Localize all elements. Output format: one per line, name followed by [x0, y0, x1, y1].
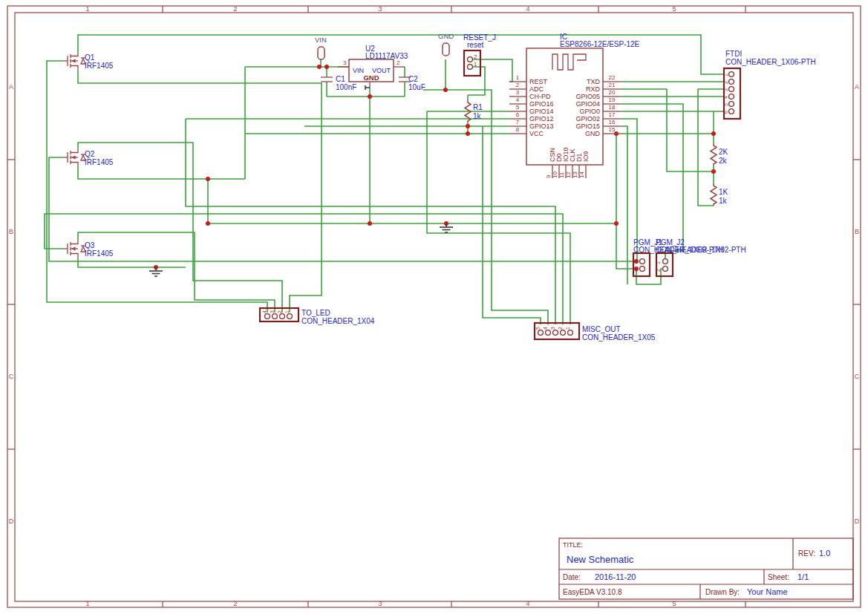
pin-number: 1: [284, 310, 290, 313]
net-flag-vin[interactable]: VIN: [315, 36, 327, 59]
part-value: IRF1405: [85, 158, 114, 166]
ground-symbol[interactable]: [440, 223, 453, 232]
pin-number: 16: [609, 119, 616, 125]
component-pgm-j2[interactable]: PGM_J2 CON_HEADER_1X02-PTH 1 2: [656, 238, 746, 276]
pin-number: 20: [609, 89, 616, 96]
ref-des: C2: [408, 75, 418, 83]
component-r2k[interactable]: 2K 2k: [711, 143, 728, 166]
pin-number: 22: [609, 74, 616, 81]
pin-name: GND: [585, 130, 601, 137]
ref-des: MISC_OUT: [582, 325, 621, 333]
pin-number: 3: [550, 327, 555, 330]
pin-number: 1: [723, 74, 728, 76]
border-row-label: A: [9, 83, 13, 91]
part-value: CON_HEADER_1X04: [301, 317, 375, 325]
ref-des: Q1: [85, 53, 95, 62]
ref-des: 2K: [719, 148, 728, 156]
part-value: ESP8266-12E/ESP-12E: [560, 40, 640, 48]
pin-number: 21: [609, 82, 616, 88]
pin-name: GPIO15: [575, 123, 600, 130]
pin-number: 4: [262, 310, 267, 313]
pin-number: 2: [633, 269, 638, 272]
component-q2[interactable]: Q2 IRF1405: [63, 148, 114, 167]
pin-number: 13: [572, 172, 578, 178]
ref-des: C1: [336, 75, 345, 83]
pin-number: 12: [565, 172, 572, 178]
pin-number: 6: [516, 111, 520, 118]
pin-number: 7: [516, 119, 520, 125]
pin-number: 15: [609, 126, 616, 133]
pin-number: 14: [578, 172, 585, 178]
pin-name: CH-PD: [529, 93, 551, 100]
border-col-label: 3: [378, 600, 382, 607]
pin-number: 1: [516, 74, 520, 81]
pin-name: ADC: [529, 85, 544, 93]
pin-number: 3: [516, 89, 520, 96]
pin-name: VCC: [529, 130, 544, 137]
ref-des: Q2: [85, 150, 95, 158]
wires[interactable]: [45, 35, 725, 324]
part-value: 10uF: [408, 83, 425, 91]
ground-symbol[interactable]: [149, 267, 163, 276]
ref-des: Q3: [85, 241, 95, 249]
drawn-by-value[interactable]: Your Name: [747, 587, 788, 596]
date-value[interactable]: 2016-11-20: [595, 572, 636, 581]
pin-number: 6: [723, 111, 728, 114]
ref-des: TO_LED: [301, 309, 330, 317]
part-value: IRF1405: [85, 62, 114, 70]
pin-number: 2: [397, 59, 400, 66]
component-ic-esp8266[interactable]: IC ESP8266-12E/ESP-12E 1 2 3 4 5 6 7 8 R…: [509, 33, 640, 178]
component-r1k[interactable]: 1K 1k: [711, 183, 728, 206]
pin-name: GPIO14: [529, 108, 554, 115]
drawn-by-label: Drawn By:: [705, 588, 740, 596]
border-row-label: D: [855, 517, 860, 525]
pin-number: 11: [558, 172, 565, 178]
pin-name: RXD: [586, 85, 601, 93]
component-reset-j[interactable]: RESET_J reset 2 1: [463, 33, 496, 76]
border-row-label: A: [855, 83, 859, 91]
part-value: reset: [467, 41, 483, 49]
part-value: CON_HEADER_1X05: [582, 333, 656, 342]
pin-number: 4: [543, 327, 548, 330]
sheet-value[interactable]: 1/1: [797, 572, 809, 581]
border-row-label: B: [9, 228, 13, 235]
pin-number: 1: [474, 61, 477, 68]
schematic-canvas[interactable]: 1 2 3 4 5 1 2 3 4 5 A B C D A B C D: [0, 0, 868, 614]
pin-number: 3: [343, 59, 347, 66]
component-q1[interactable]: Q1 IRF1405: [63, 52, 114, 71]
net-flag-gnd[interactable]: GND: [438, 32, 454, 56]
component-ftdi[interactable]: FTDI CON_HEADER_1X06-PTH 1 2 3 4 5 6: [723, 50, 816, 119]
component-q3[interactable]: Q3 IRF1405: [63, 240, 114, 258]
part-value: IRF1405: [85, 249, 114, 258]
pin-number: 10: [552, 172, 558, 178]
pin-name: GPIO16: [529, 100, 554, 108]
pin-number: 2: [516, 82, 520, 88]
rev-value[interactable]: 1.0: [819, 549, 830, 558]
border-col-label: 1: [85, 5, 89, 13]
pin-name: GPIO13: [529, 123, 554, 130]
net-flag-label: VIN: [315, 36, 327, 44]
pin-number: 2: [474, 53, 477, 60]
component-c2[interactable]: C2 10uF: [399, 75, 425, 91]
border-col-label: 4: [526, 5, 529, 13]
sheet-title[interactable]: New Schematic: [567, 554, 634, 565]
border-col-label: 3: [378, 5, 382, 13]
antenna-icon: [552, 54, 586, 70]
component-to-led[interactable]: 4 3 2 1 TO_LED CON_HEADER_1X04: [260, 308, 375, 325]
pin-name: GPIO04: [575, 100, 600, 108]
pin-number: 5: [535, 327, 541, 330]
net-flag-label: GND: [438, 32, 454, 40]
junction-dots: [154, 65, 716, 271]
pin-number: 2: [558, 327, 563, 330]
border-row-label: B: [855, 228, 859, 235]
border-col-label: 4: [526, 600, 529, 607]
component-misc-out[interactable]: 5 4 3 2 1 MISC_OUT CON_HEADER_1X05: [535, 323, 656, 342]
pin-number: 17: [609, 111, 616, 118]
pin-name: GPIO02: [575, 115, 600, 123]
border-col-label: 5: [672, 5, 676, 13]
pin-number: 5: [723, 103, 728, 106]
border-col-label: 2: [233, 5, 237, 13]
software-version: EasyEDA V3.10.8: [563, 588, 622, 596]
pin-name: VIN: [353, 67, 364, 74]
ref-des: R1: [473, 103, 483, 111]
